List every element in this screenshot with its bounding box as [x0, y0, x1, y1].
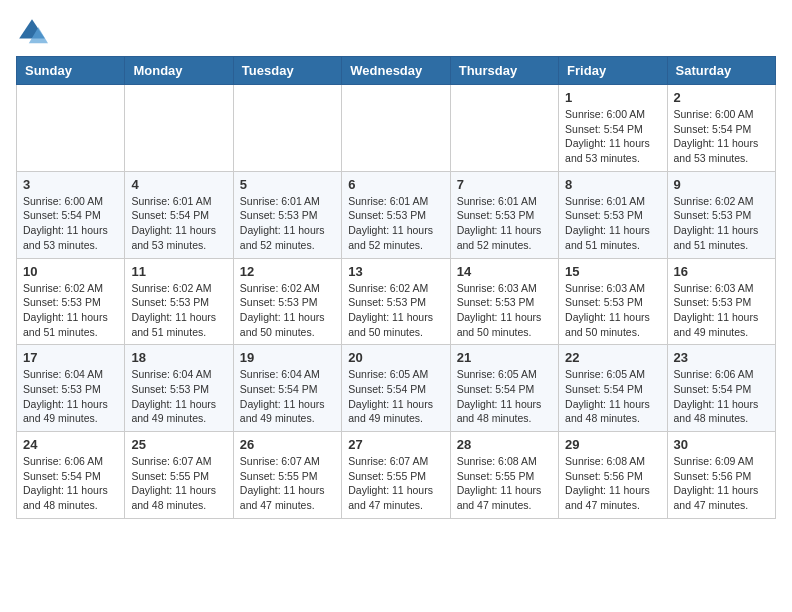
day-info: Sunrise: 6:04 AM Sunset: 5:53 PM Dayligh… [131, 367, 226, 426]
calendar-day-cell: 9Sunrise: 6:02 AM Sunset: 5:53 PM Daylig… [667, 171, 775, 258]
calendar-day-cell: 20Sunrise: 6:05 AM Sunset: 5:54 PM Dayli… [342, 345, 450, 432]
calendar-day-cell: 10Sunrise: 6:02 AM Sunset: 5:53 PM Dayli… [17, 258, 125, 345]
calendar-day-cell: 24Sunrise: 6:06 AM Sunset: 5:54 PM Dayli… [17, 432, 125, 519]
day-number: 14 [457, 264, 552, 279]
day-number: 18 [131, 350, 226, 365]
calendar-day-cell: 3Sunrise: 6:00 AM Sunset: 5:54 PM Daylig… [17, 171, 125, 258]
calendar-day-cell: 1Sunrise: 6:00 AM Sunset: 5:54 PM Daylig… [559, 85, 667, 172]
calendar-week-row: 1Sunrise: 6:00 AM Sunset: 5:54 PM Daylig… [17, 85, 776, 172]
calendar-day-cell: 5Sunrise: 6:01 AM Sunset: 5:53 PM Daylig… [233, 171, 341, 258]
calendar-day-cell: 7Sunrise: 6:01 AM Sunset: 5:53 PM Daylig… [450, 171, 558, 258]
day-info: Sunrise: 6:02 AM Sunset: 5:53 PM Dayligh… [23, 281, 118, 340]
day-number: 2 [674, 90, 769, 105]
calendar-day-cell: 2Sunrise: 6:00 AM Sunset: 5:54 PM Daylig… [667, 85, 775, 172]
day-info: Sunrise: 6:01 AM Sunset: 5:54 PM Dayligh… [131, 194, 226, 253]
day-info: Sunrise: 6:05 AM Sunset: 5:54 PM Dayligh… [457, 367, 552, 426]
calendar-day-cell [233, 85, 341, 172]
day-number: 17 [23, 350, 118, 365]
day-info: Sunrise: 6:02 AM Sunset: 5:53 PM Dayligh… [348, 281, 443, 340]
day-number: 10 [23, 264, 118, 279]
day-info: Sunrise: 6:02 AM Sunset: 5:53 PM Dayligh… [240, 281, 335, 340]
day-number: 5 [240, 177, 335, 192]
calendar-day-cell: 29Sunrise: 6:08 AM Sunset: 5:56 PM Dayli… [559, 432, 667, 519]
weekday-header: Sunday [17, 57, 125, 85]
calendar-day-cell: 27Sunrise: 6:07 AM Sunset: 5:55 PM Dayli… [342, 432, 450, 519]
calendar-table: SundayMondayTuesdayWednesdayThursdayFrid… [16, 56, 776, 519]
day-info: Sunrise: 6:07 AM Sunset: 5:55 PM Dayligh… [131, 454, 226, 513]
weekday-header: Wednesday [342, 57, 450, 85]
day-number: 16 [674, 264, 769, 279]
day-info: Sunrise: 6:08 AM Sunset: 5:56 PM Dayligh… [565, 454, 660, 513]
calendar-day-cell: 4Sunrise: 6:01 AM Sunset: 5:54 PM Daylig… [125, 171, 233, 258]
day-number: 24 [23, 437, 118, 452]
day-number: 8 [565, 177, 660, 192]
calendar-day-cell: 18Sunrise: 6:04 AM Sunset: 5:53 PM Dayli… [125, 345, 233, 432]
day-number: 21 [457, 350, 552, 365]
calendar-day-cell: 11Sunrise: 6:02 AM Sunset: 5:53 PM Dayli… [125, 258, 233, 345]
day-number: 7 [457, 177, 552, 192]
calendar-day-cell: 6Sunrise: 6:01 AM Sunset: 5:53 PM Daylig… [342, 171, 450, 258]
calendar-day-cell: 22Sunrise: 6:05 AM Sunset: 5:54 PM Dayli… [559, 345, 667, 432]
calendar-day-cell: 21Sunrise: 6:05 AM Sunset: 5:54 PM Dayli… [450, 345, 558, 432]
day-info: Sunrise: 6:01 AM Sunset: 5:53 PM Dayligh… [348, 194, 443, 253]
calendar-week-row: 24Sunrise: 6:06 AM Sunset: 5:54 PM Dayli… [17, 432, 776, 519]
day-number: 26 [240, 437, 335, 452]
calendar-day-cell [342, 85, 450, 172]
day-info: Sunrise: 6:02 AM Sunset: 5:53 PM Dayligh… [674, 194, 769, 253]
day-info: Sunrise: 6:01 AM Sunset: 5:53 PM Dayligh… [240, 194, 335, 253]
day-info: Sunrise: 6:08 AM Sunset: 5:55 PM Dayligh… [457, 454, 552, 513]
weekday-header: Tuesday [233, 57, 341, 85]
day-info: Sunrise: 6:03 AM Sunset: 5:53 PM Dayligh… [674, 281, 769, 340]
weekday-header: Thursday [450, 57, 558, 85]
day-info: Sunrise: 6:09 AM Sunset: 5:56 PM Dayligh… [674, 454, 769, 513]
weekday-header: Friday [559, 57, 667, 85]
day-info: Sunrise: 6:03 AM Sunset: 5:53 PM Dayligh… [457, 281, 552, 340]
day-number: 23 [674, 350, 769, 365]
day-info: Sunrise: 6:05 AM Sunset: 5:54 PM Dayligh… [565, 367, 660, 426]
day-info: Sunrise: 6:01 AM Sunset: 5:53 PM Dayligh… [457, 194, 552, 253]
calendar-day-cell: 12Sunrise: 6:02 AM Sunset: 5:53 PM Dayli… [233, 258, 341, 345]
day-number: 29 [565, 437, 660, 452]
day-number: 6 [348, 177, 443, 192]
day-number: 15 [565, 264, 660, 279]
day-info: Sunrise: 6:04 AM Sunset: 5:54 PM Dayligh… [240, 367, 335, 426]
calendar-day-cell [17, 85, 125, 172]
day-number: 25 [131, 437, 226, 452]
day-number: 28 [457, 437, 552, 452]
calendar-day-cell: 13Sunrise: 6:02 AM Sunset: 5:53 PM Dayli… [342, 258, 450, 345]
calendar-day-cell: 19Sunrise: 6:04 AM Sunset: 5:54 PM Dayli… [233, 345, 341, 432]
page-header [16, 16, 776, 48]
day-number: 19 [240, 350, 335, 365]
calendar-week-row: 10Sunrise: 6:02 AM Sunset: 5:53 PM Dayli… [17, 258, 776, 345]
day-number: 1 [565, 90, 660, 105]
day-number: 12 [240, 264, 335, 279]
calendar-day-cell: 28Sunrise: 6:08 AM Sunset: 5:55 PM Dayli… [450, 432, 558, 519]
calendar-day-cell [450, 85, 558, 172]
day-info: Sunrise: 6:05 AM Sunset: 5:54 PM Dayligh… [348, 367, 443, 426]
day-number: 3 [23, 177, 118, 192]
day-info: Sunrise: 6:07 AM Sunset: 5:55 PM Dayligh… [348, 454, 443, 513]
day-info: Sunrise: 6:03 AM Sunset: 5:53 PM Dayligh… [565, 281, 660, 340]
day-number: 30 [674, 437, 769, 452]
day-info: Sunrise: 6:06 AM Sunset: 5:54 PM Dayligh… [23, 454, 118, 513]
calendar-day-cell: 25Sunrise: 6:07 AM Sunset: 5:55 PM Dayli… [125, 432, 233, 519]
calendar-day-cell: 15Sunrise: 6:03 AM Sunset: 5:53 PM Dayli… [559, 258, 667, 345]
day-number: 9 [674, 177, 769, 192]
day-info: Sunrise: 6:07 AM Sunset: 5:55 PM Dayligh… [240, 454, 335, 513]
weekday-header: Saturday [667, 57, 775, 85]
day-info: Sunrise: 6:00 AM Sunset: 5:54 PM Dayligh… [23, 194, 118, 253]
calendar-day-cell: 23Sunrise: 6:06 AM Sunset: 5:54 PM Dayli… [667, 345, 775, 432]
calendar-day-cell: 16Sunrise: 6:03 AM Sunset: 5:53 PM Dayli… [667, 258, 775, 345]
weekday-header: Monday [125, 57, 233, 85]
day-number: 4 [131, 177, 226, 192]
calendar-day-cell [125, 85, 233, 172]
day-number: 22 [565, 350, 660, 365]
day-number: 20 [348, 350, 443, 365]
day-info: Sunrise: 6:01 AM Sunset: 5:53 PM Dayligh… [565, 194, 660, 253]
day-info: Sunrise: 6:06 AM Sunset: 5:54 PM Dayligh… [674, 367, 769, 426]
day-info: Sunrise: 6:04 AM Sunset: 5:53 PM Dayligh… [23, 367, 118, 426]
calendar-header-row: SundayMondayTuesdayWednesdayThursdayFrid… [17, 57, 776, 85]
calendar-week-row: 17Sunrise: 6:04 AM Sunset: 5:53 PM Dayli… [17, 345, 776, 432]
calendar-day-cell: 8Sunrise: 6:01 AM Sunset: 5:53 PM Daylig… [559, 171, 667, 258]
calendar-day-cell: 17Sunrise: 6:04 AM Sunset: 5:53 PM Dayli… [17, 345, 125, 432]
